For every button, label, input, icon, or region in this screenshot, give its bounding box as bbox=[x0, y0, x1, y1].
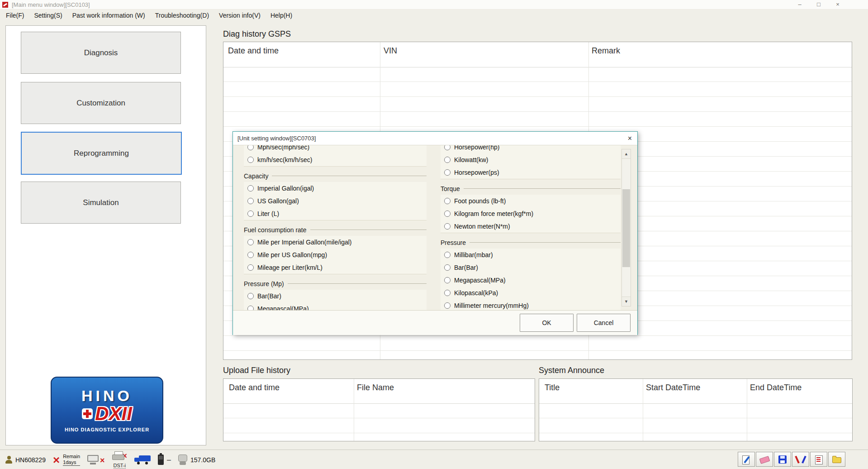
acceleration-group: Mph/sec(mph/sec) km/h/sec(km/h/sec) bbox=[244, 145, 427, 167]
menu-setting[interactable]: Setting(S) bbox=[29, 12, 67, 19]
window-title: [Main menu window][SC0103] bbox=[12, 1, 90, 8]
dialog-footer: OK Cancel bbox=[233, 310, 637, 335]
group-title: Capacity bbox=[244, 172, 268, 180]
radio-mileage-per-liter[interactable]: Mileage per Liter(km/L) bbox=[247, 261, 427, 274]
radio-kilopascal[interactable]: Kilopascal(kPa) bbox=[444, 287, 621, 299]
save-icon bbox=[778, 455, 787, 464]
report-edit-button[interactable] bbox=[738, 452, 755, 467]
navigation-panel: Diagnosis Customization Reprogramming Si… bbox=[5, 25, 206, 445]
menu-troubleshooting[interactable]: Troubleshooting(D) bbox=[150, 12, 214, 19]
radio-icon bbox=[444, 145, 451, 150]
vehicle-status bbox=[134, 455, 151, 464]
radio-bar-mp[interactable]: Bar(Bar) bbox=[247, 290, 427, 302]
group-title: Pressure bbox=[441, 239, 466, 246]
power-group: Horsepower(hp) Kilowatt(kw) Horsepower(p… bbox=[441, 145, 621, 179]
computer-icon bbox=[87, 455, 99, 464]
radio-liter[interactable]: Liter (L) bbox=[247, 207, 427, 220]
radio-icon bbox=[247, 198, 254, 204]
upload-history-title: Upload File history bbox=[223, 366, 290, 375]
window-controls: – □ × bbox=[790, 0, 847, 9]
menu-help[interactable]: Help(H) bbox=[266, 12, 297, 19]
dialog-close-button[interactable]: × bbox=[628, 134, 632, 143]
minimize-button[interactable]: – bbox=[790, 0, 809, 9]
save-button[interactable] bbox=[774, 452, 791, 467]
menu-past-work-information[interactable]: Past work information (W) bbox=[67, 12, 150, 19]
radio-label: Megapascal(MPa) bbox=[454, 277, 506, 284]
radio-mile-per-us-gallon[interactable]: Mile per US Gallon(mpg) bbox=[247, 249, 427, 261]
radio-foot-pounds[interactable]: Foot pounds (lb-ft) bbox=[444, 195, 621, 207]
diagnosis-button[interactable]: Diagnosis bbox=[21, 32, 181, 74]
dialog-scrollbar[interactable]: ▲ ▼ bbox=[621, 149, 631, 306]
radio-megapascal[interactable]: Megapascal(MPa) bbox=[444, 274, 621, 287]
menu-file[interactable]: File(F) bbox=[1, 12, 29, 19]
radio-newton-meter[interactable]: Newton meter(N*m) bbox=[444, 220, 621, 233]
radio-millibar[interactable]: Millibar(mbar) bbox=[444, 249, 621, 261]
disk-space: 157.0GB bbox=[190, 456, 215, 464]
customization-button[interactable]: Customization bbox=[21, 82, 181, 124]
document-button[interactable] bbox=[828, 452, 845, 467]
radio-bar[interactable]: Bar(Bar) bbox=[444, 261, 621, 274]
radio-millimeter-mercury[interactable]: Millimeter mercury(mmHg) bbox=[444, 299, 621, 310]
memo-button[interactable] bbox=[810, 452, 827, 467]
radio-icon bbox=[247, 185, 254, 191]
dialog-title-bar: [Unit setting window][SC0703] × bbox=[233, 132, 637, 145]
menu-bar: File(F) Setting(S) Past work information… bbox=[0, 10, 868, 21]
radio-icon bbox=[247, 239, 254, 245]
radio-us-gallon[interactable]: US Gallon(gal) bbox=[247, 195, 427, 207]
upload-history-header: Date and time File Name bbox=[223, 379, 535, 404]
radio-icon bbox=[444, 169, 451, 176]
radio-kmh-sec[interactable]: km/h/sec(km/h/sec) bbox=[247, 153, 427, 166]
radio-mile-per-imperial-gallon[interactable]: Mile per Imperial Gallon(mile/igal) bbox=[247, 236, 427, 249]
radio-icon bbox=[247, 264, 254, 271]
scroll-up-button[interactable]: ▲ bbox=[622, 149, 631, 159]
column-header-vin: VIN bbox=[384, 46, 397, 56]
license-status: × Remain 1days bbox=[53, 454, 80, 466]
radio-icon bbox=[444, 223, 451, 230]
radio-icon bbox=[444, 157, 451, 163]
radio-megapascal-mp[interactable]: Megapascal(MPa) bbox=[247, 302, 427, 310]
simulation-button[interactable]: Simulation bbox=[21, 182, 181, 224]
check-tool-icon bbox=[796, 455, 806, 464]
user-status: HN608229 bbox=[5, 456, 46, 464]
radio-label: Mile per US Gallon(mpg) bbox=[257, 251, 327, 258]
reprogramming-button[interactable]: Reprogramming bbox=[21, 132, 182, 175]
column-header-date-time: Date and time bbox=[228, 46, 279, 56]
radio-icon bbox=[247, 157, 254, 163]
radio-icon bbox=[247, 306, 254, 310]
menu-version-info[interactable]: Version info(V) bbox=[214, 12, 266, 19]
eraser-button[interactable] bbox=[756, 452, 773, 467]
dialog-title: [Unit setting window][SC0703] bbox=[237, 135, 316, 142]
radio-icon bbox=[247, 293, 254, 299]
radio-label: Millimeter mercury(mmHg) bbox=[454, 302, 529, 309]
group-title: Pressure (Mp) bbox=[244, 280, 284, 287]
pressure-group: Pressure Millibar(mbar) Bar(Bar) Megapas… bbox=[441, 236, 621, 310]
radio-imperial-gallon[interactable]: Imperial Gallon(igal) bbox=[247, 182, 427, 195]
title-bar: [Main menu window][SC0103] – □ × bbox=[0, 0, 868, 10]
maximize-button[interactable]: □ bbox=[809, 0, 828, 9]
radio-label: Imperial Gallon(igal) bbox=[257, 185, 314, 192]
scroll-thumb[interactable] bbox=[622, 189, 630, 267]
dialog-content: Mph/sec(mph/sec) km/h/sec(km/h/sec) Capa… bbox=[233, 145, 637, 310]
radio-horsepower-ps[interactable]: Horsepower(ps) bbox=[444, 166, 621, 179]
column-header-end-datetime: End DateTime bbox=[750, 383, 802, 392]
radio-icon bbox=[444, 198, 451, 204]
close-button[interactable]: × bbox=[828, 0, 847, 9]
radio-mph-sec[interactable]: Mph/sec(mph/sec) bbox=[247, 145, 427, 153]
cancel-button[interactable]: Cancel bbox=[577, 314, 631, 332]
logo-tagline: HINO DIAGNOSTIC EXPLORER bbox=[65, 427, 149, 432]
bottom-toolbar bbox=[738, 452, 845, 467]
radio-icon bbox=[444, 290, 451, 296]
radio-horsepower-hp[interactable]: Horsepower(hp) bbox=[444, 145, 621, 153]
fuel-consumption-group: Fuel consumption rate Mile per Imperial … bbox=[244, 224, 427, 274]
scroll-down-button[interactable]: ▼ bbox=[622, 297, 631, 306]
ok-button[interactable]: OK bbox=[520, 314, 574, 332]
group-title: Torque bbox=[441, 185, 460, 192]
torque-group: Torque Foot pounds (lb-ft) Kilogram forc… bbox=[441, 182, 621, 233]
radio-icon bbox=[444, 302, 451, 309]
report-edit-icon bbox=[741, 455, 751, 464]
logo-product-text: DXII bbox=[95, 404, 132, 423]
radio-kilowatt[interactable]: Kilowatt(kw) bbox=[444, 153, 621, 166]
radio-kilogram-force-meter[interactable]: Kilogram force meter(kgf*m) bbox=[444, 207, 621, 220]
check-tool-button[interactable] bbox=[792, 452, 809, 467]
radio-icon bbox=[444, 211, 451, 217]
